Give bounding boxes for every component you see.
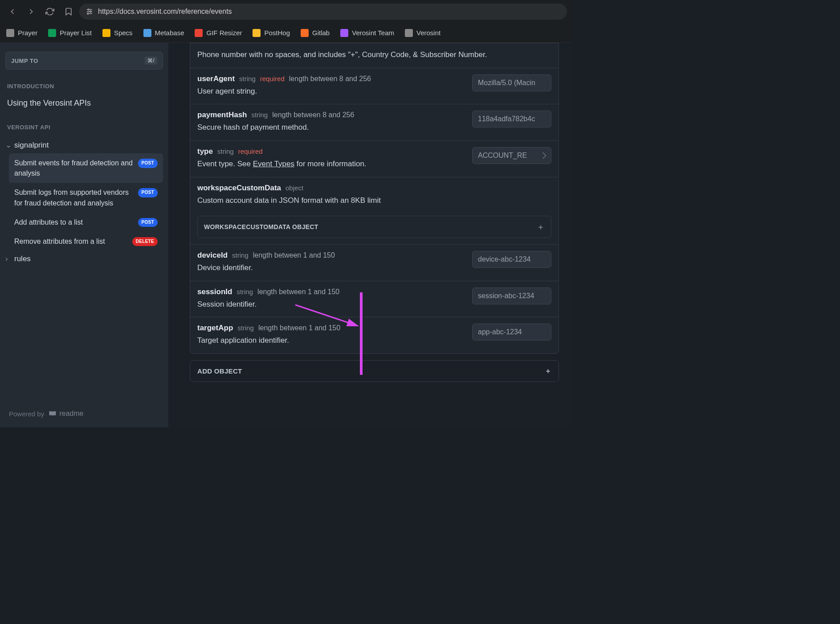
chevron-left-icon — [8, 7, 17, 16]
nav-using-apis[interactable]: Using the Verosint APIs — [5, 96, 163, 111]
favicon — [253, 29, 261, 37]
jump-to-search[interactable]: JUMP TO ⌘/ — [5, 52, 163, 70]
method-badge: POST — [138, 188, 158, 197]
bookmark-label: Prayer — [18, 29, 37, 37]
param-select-type[interactable]: ACCOUNT_RE — [472, 147, 551, 164]
favicon — [405, 29, 413, 37]
nav-item[interactable]: Submit events for fraud detection and an… — [9, 153, 163, 183]
param-name: deviceId — [197, 251, 228, 260]
param-input-targetApp[interactable] — [472, 324, 551, 341]
bookmark-label: Metabase — [155, 29, 184, 37]
bookmark-label: Verosint — [416, 29, 440, 37]
svg-point-3 — [88, 9, 89, 10]
favicon — [301, 29, 309, 37]
param-description: Secure hash of payment method. — [197, 122, 465, 133]
nav-item-label: Submit events for fraud detection and an… — [14, 158, 134, 178]
jump-to-label: JUMP TO — [11, 57, 38, 64]
sidebar: JUMP TO ⌘/ INTRODUCTION Using the Verosi… — [0, 43, 168, 427]
param-row-deviceId: deviceIdstringlength between 1 and 150De… — [190, 244, 559, 281]
method-badge: POST — [138, 159, 158, 168]
param-input-deviceId[interactable] — [472, 251, 551, 268]
bookmark-verosint[interactable]: Verosint — [405, 29, 440, 37]
param-constraint: length between 1 and 150 — [253, 251, 335, 259]
add-object-button[interactable]: ADD OBJECT ＋ — [190, 360, 559, 382]
expand-label: WORKSPACECUSTOMDATA OBJECT — [204, 223, 318, 230]
param-description: Session identifier. — [197, 299, 465, 310]
param-name: type — [197, 147, 213, 156]
nav-item-label: Remove attributes from a list — [14, 236, 105, 246]
bookmark-gitlab[interactable]: Gitlab — [301, 29, 330, 37]
nav-group-rules[interactable]: ›rules — [5, 251, 163, 267]
chevron-right-icon — [27, 7, 36, 16]
param-description: User agent string. — [197, 86, 465, 97]
param-input-userAgent[interactable] — [472, 74, 551, 91]
param-type: string — [251, 111, 268, 119]
param-type: string — [239, 75, 256, 82]
powered-by: Powered by readme — [5, 402, 163, 422]
bookmark-button[interactable] — [61, 4, 77, 20]
jump-to-shortcut: ⌘/ — [145, 57, 157, 65]
nav-group-label: rules — [14, 255, 31, 263]
bookmark-posthog[interactable]: PostHog — [253, 29, 290, 37]
nav-item[interactable]: Add attributes to a listPOST — [9, 213, 163, 232]
nav-group-signalprint[interactable]: ⌄signalprint — [5, 137, 163, 153]
nav-item-label: Submit logs from supported vendors for f… — [14, 187, 134, 208]
plus-icon: ＋ — [537, 222, 545, 232]
bookmark-verosint-team[interactable]: Verosint Team — [340, 29, 394, 37]
param-description: Event type. See Event Types for more inf… — [197, 159, 465, 170]
nav-group-label: signalprint — [14, 141, 49, 150]
parameters-list: Phone number with no spaces, and include… — [190, 43, 559, 354]
nav-item[interactable]: Submit logs from supported vendors for f… — [9, 183, 163, 212]
param-required: required — [260, 75, 285, 82]
param-required: required — [238, 148, 263, 155]
site-settings-icon — [86, 8, 94, 16]
param-input-paymentHash[interactable] — [472, 111, 551, 127]
method-badge: POST — [138, 218, 158, 227]
plus-icon: ＋ — [545, 367, 551, 375]
param-description: Phone number with no spaces, and include… — [197, 49, 551, 61]
svg-point-5 — [87, 13, 89, 14]
bookmark-prayer-list[interactable]: Prayer List — [48, 29, 92, 37]
bookmark-label: PostHog — [264, 29, 290, 37]
param-name: userAgent — [197, 74, 235, 83]
param-row-userAgent: userAgentstringrequiredlength between 8 … — [190, 68, 559, 104]
favicon — [48, 29, 56, 37]
bookmarks-bar: PrayerPrayer ListSpecsMetabaseGIF Resize… — [0, 23, 571, 43]
readme-link[interactable]: readme — [49, 410, 83, 418]
bookmark-label: Specs — [114, 29, 133, 37]
bookmark-specs[interactable]: Specs — [102, 29, 133, 37]
section-introduction-label: INTRODUCTION — [7, 83, 163, 90]
param-constraint: length between 8 and 256 — [272, 111, 354, 119]
param-constraint: length between 8 and 256 — [289, 75, 371, 83]
address-bar[interactable]: https://docs.verosint.com/reference/even… — [79, 4, 567, 20]
param-input-sessionId[interactable] — [472, 287, 551, 304]
bookmark-metabase[interactable]: Metabase — [143, 29, 184, 37]
param-row-sessionId: sessionIdstringlength between 1 and 150S… — [190, 281, 559, 317]
nav-item-label: Add attributes to a list — [14, 217, 83, 227]
param-row-desc: Phone number with no spaces, and include… — [190, 43, 559, 68]
bookmark-label: GIF Resizer — [206, 29, 242, 37]
reload-button[interactable] — [42, 4, 58, 20]
forward-button[interactable] — [23, 4, 39, 20]
bookmark-label: Prayer List — [60, 29, 92, 37]
expand-workspaceCustomData[interactable]: WORKSPACECUSTOMDATA OBJECT＋ — [197, 216, 551, 238]
param-description: Device identifier. — [197, 263, 465, 274]
add-object-label: ADD OBJECT — [197, 367, 242, 375]
param-row-paymentHash: paymentHashstringlength between 8 and 25… — [190, 104, 559, 140]
bookmark-prayer[interactable]: Prayer — [6, 29, 37, 37]
nav-item[interactable]: Remove attributes from a listDELETE — [9, 232, 163, 251]
bookmark-gif-resizer[interactable]: GIF Resizer — [195, 29, 242, 37]
param-description: Target application identifier. — [197, 335, 465, 346]
favicon — [143, 29, 151, 37]
param-description: Custom account data in JSON format with … — [197, 195, 551, 206]
param-type: string — [232, 251, 249, 259]
param-row-targetApp: targetAppstringlength between 1 and 150T… — [190, 317, 559, 353]
param-name: paymentHash — [197, 111, 247, 119]
back-button[interactable] — [4, 4, 20, 20]
param-row-workspaceCustomData: workspaceCustomDataobjectCustom account … — [190, 177, 559, 213]
bookmark-icon — [64, 7, 73, 16]
param-type: string — [237, 288, 253, 296]
favicon — [102, 29, 110, 37]
favicon — [6, 29, 14, 37]
favicon — [195, 29, 203, 37]
